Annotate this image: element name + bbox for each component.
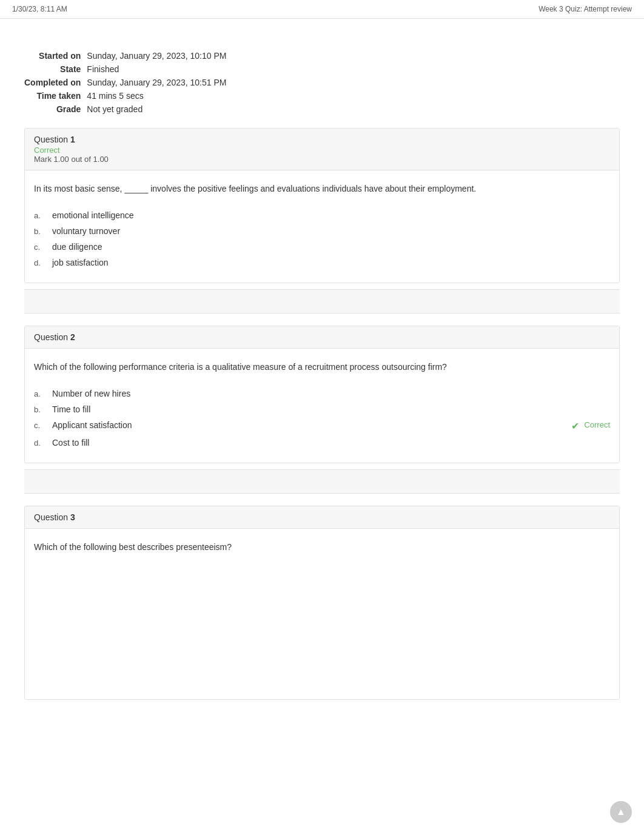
- answer-text: Applicant satisfaction: [52, 420, 571, 430]
- list-item: c. Applicant satisfaction ✔ Correct: [34, 417, 610, 435]
- started-on-label: Started on: [24, 49, 87, 62]
- answer-text: emotional intelligence: [52, 210, 610, 220]
- question-2-answers: a. Number of new hires b. Time to fill c…: [34, 386, 610, 451]
- answer-letter: c.: [34, 420, 52, 430]
- question-3-block: Question 3 Which of the following best d…: [24, 506, 620, 700]
- answer-letter: d.: [34, 438, 52, 448]
- scroll-up-icon: ▲: [616, 806, 626, 817]
- state-value: Finished: [87, 62, 232, 76]
- question-2-header: Question 2: [25, 326, 619, 349]
- question-3-header: Question 3: [25, 506, 619, 529]
- list-item: d. Cost to fill: [34, 435, 610, 451]
- divider-2: [24, 469, 620, 494]
- list-item: d. job satisfaction: [34, 255, 610, 270]
- scroll-to-top-button[interactable]: ▲: [610, 801, 632, 823]
- list-item: b. Time to fill: [34, 401, 610, 417]
- question-1-header: Question 1 Correct Mark 1.00 out of 1.00: [25, 129, 619, 170]
- checkmark-icon: ✔: [571, 420, 579, 432]
- state-label: State: [24, 62, 87, 76]
- started-on-row: Started on Sunday, January 29, 2023, 10:…: [24, 49, 232, 62]
- question-1-body: In its most basic sense, _____ involves …: [25, 170, 619, 283]
- page-title: Week 3 Quiz: Attempt review: [538, 5, 632, 13]
- question-1-status: Correct: [34, 146, 610, 155]
- info-table: Started on Sunday, January 29, 2023, 10:…: [24, 49, 232, 116]
- time-taken-row: Time taken 41 mins 5 secs: [24, 89, 232, 102]
- question-2-text: Which of the following performance crite…: [34, 361, 610, 374]
- question-3-spacer: [34, 566, 610, 687]
- top-bar: 1/30/23, 8:11 AM Week 3 Quiz: Attempt re…: [0, 0, 644, 19]
- question-1-block: Question 1 Correct Mark 1.00 out of 1.00…: [24, 128, 620, 283]
- answer-letter: a.: [34, 389, 52, 398]
- question-1-answers: a. emotional intelligence b. voluntary t…: [34, 207, 610, 270]
- list-item: c. due diligence: [34, 239, 610, 255]
- grade-row: Grade Not yet graded: [24, 102, 232, 116]
- completed-on-label: Completed on: [24, 76, 87, 89]
- completed-on-row: Completed on Sunday, January 29, 2023, 1…: [24, 76, 232, 89]
- answer-letter: b.: [34, 226, 52, 236]
- time-taken-value: 41 mins 5 secs: [87, 89, 232, 102]
- datetime: 1/30/23, 8:11 AM: [12, 5, 67, 13]
- answer-letter: c.: [34, 242, 52, 252]
- answer-letter: b.: [34, 404, 52, 414]
- answer-text: Cost to fill: [52, 438, 610, 448]
- state-row: State Finished: [24, 62, 232, 76]
- question-2-block: Question 2 Which of the following perfor…: [24, 326, 620, 463]
- list-item: a. emotional intelligence: [34, 207, 610, 223]
- question-3-text: Which of the following best describes pr…: [34, 541, 610, 554]
- question-1-mark: Mark 1.00 out of 1.00: [34, 155, 610, 164]
- answer-text: Time to fill: [52, 404, 610, 414]
- attempt-info: Started on Sunday, January 29, 2023, 10:…: [24, 49, 620, 116]
- grade-value: Not yet graded: [87, 102, 232, 116]
- question-3-number: Question 3: [34, 512, 610, 522]
- question-2-body: Which of the following performance crite…: [25, 349, 619, 463]
- divider-1: [24, 289, 620, 314]
- list-item: a. Number of new hires: [34, 386, 610, 401]
- answer-text: Number of new hires: [52, 389, 610, 398]
- list-item: b. voluntary turnover: [34, 223, 610, 239]
- answer-text: due diligence: [52, 242, 610, 252]
- answer-letter: a.: [34, 210, 52, 220]
- answer-text: job satisfaction: [52, 258, 610, 267]
- time-taken-label: Time taken: [24, 89, 87, 102]
- question-1-number: Question 1: [34, 135, 610, 144]
- answer-letter: d.: [34, 258, 52, 267]
- answer-text: voluntary turnover: [52, 226, 610, 236]
- question-2-number: Question 2: [34, 332, 610, 342]
- correct-badge: Correct: [584, 420, 610, 429]
- question-3-body: Which of the following best describes pr…: [25, 529, 619, 699]
- question-1-text: In its most basic sense, _____ involves …: [34, 183, 610, 195]
- completed-on-value: Sunday, January 29, 2023, 10:51 PM: [87, 76, 232, 89]
- grade-label: Grade: [24, 102, 87, 116]
- started-on-value: Sunday, January 29, 2023, 10:10 PM: [87, 49, 232, 62]
